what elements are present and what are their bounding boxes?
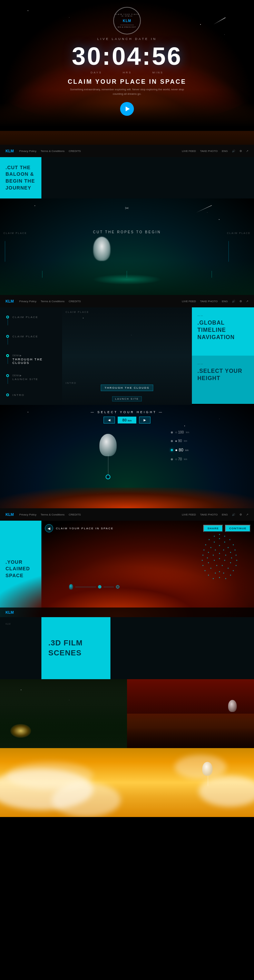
- badge-divider: [120, 25, 134, 25]
- film-nav-label: KLM: [5, 623, 36, 625]
- svg-point-43: [219, 571, 220, 572]
- timeline-item-launch[interactable]: DENK ▶ LAUNCH SITE: [5, 371, 57, 387]
- timeline-left-panel: CLAIM PLACE CLAIM PLACE DENK ▶ THROUGH T…: [0, 307, 62, 405]
- timeline-item-intro[interactable]: INTRO: [5, 391, 57, 399]
- privacy-link-2[interactable]: Privacy Policy: [19, 300, 37, 303]
- klm-logo-nav3: KLM: [5, 512, 14, 517]
- credits-link[interactable]: CREDITS: [69, 150, 81, 153]
- timeline-connector-launch: [8, 377, 8, 384]
- svg-point-1: [214, 536, 215, 537]
- claim-nav-left: ◀ CLAIM YOUR PLACE IN SPACE: [45, 524, 113, 532]
- claim-place-right: CLAIM PLACE: [227, 232, 251, 234]
- svg-point-35: [204, 570, 206, 571]
- share-icon-3[interactable]: ↗: [246, 513, 248, 516]
- settings-icon-3[interactable]: ⚙: [240, 513, 242, 516]
- through-clouds-badge[interactable]: THROUGH THE CLOUDS: [101, 385, 153, 391]
- svg-point-29: [208, 562, 209, 563]
- timeline-content-1: CLAIM PLACE: [13, 316, 57, 319]
- klm-logo-nav2: KLM: [5, 299, 14, 303]
- timeline-center: CLAIM PLACE THROUGH THE CLOUDS INTRO LAU…: [62, 307, 192, 405]
- indicator-dot-2: [116, 585, 120, 589]
- nav-right: LIVE FEED TAKE PHOTO ENG 🔊 ⚙ ↗: [182, 150, 248, 153]
- balloon-icon: [93, 237, 110, 261]
- take-photo-btn-2[interactable]: TAKE PHOTO: [200, 300, 218, 303]
- volume-icon[interactable]: 🔊: [232, 150, 235, 153]
- credits-link-3[interactable]: CREDITS: [69, 513, 81, 516]
- select-height-block: —— .SELECT YOUR HEIGHT: [192, 356, 254, 404]
- timeline-item-1: CLAIM PLACE: [5, 313, 57, 328]
- klm-logo-nav: KLM: [5, 149, 14, 153]
- privacy-policy-link[interactable]: Privacy Policy: [19, 150, 37, 153]
- claimed-dark-content: ◀ CLAIM YOUR PLACE IN SPACE SHARE CONTIN…: [42, 521, 254, 617]
- svg-point-44: [223, 573, 224, 574]
- svg-point-0: [219, 534, 220, 535]
- klm-logo-claimed: KLM: [5, 610, 14, 614]
- svg-point-48: [225, 578, 226, 579]
- svg-point-6: [205, 544, 206, 546]
- countdown-labels: DAYS HRS MINS: [90, 71, 163, 74]
- take-photo-btn[interactable]: TAKE PHOTO: [200, 150, 218, 153]
- marker-dot-90: [171, 440, 173, 442]
- credits-link-2[interactable]: CREDITS: [69, 300, 81, 303]
- svg-point-30: [214, 560, 215, 561]
- badge-top-text: CLAIM YOUR PLACE IN SPACE: [114, 13, 140, 17]
- privacy-link-3[interactable]: Privacy Policy: [19, 513, 37, 516]
- volume-icon-3[interactable]: 🔊: [232, 513, 235, 516]
- lang-3[interactable]: ENG: [222, 513, 228, 516]
- star: [21, 689, 21, 690]
- claim-circle-btn[interactable]: ◀: [45, 524, 53, 532]
- balloon-string: [108, 455, 109, 475]
- star: [207, 212, 208, 213]
- lang-2[interactable]: ENG: [222, 300, 228, 303]
- continue-btn[interactable]: CONTINUE: [225, 525, 251, 532]
- cut-balloon-block: .CUT THE BALOON & BEGIN THE JOURNEY: [0, 157, 42, 199]
- star: [184, 426, 185, 426]
- badge-bottom-text: WIN A SPACELIGHT: [114, 26, 140, 28]
- share-icon-2[interactable]: ↗: [246, 300, 248, 303]
- lang-selector[interactable]: ENG: [222, 150, 228, 153]
- timeline-content-clouds: DENK ▶ THROUGH THE CLOUDS: [13, 354, 57, 364]
- svg-point-22: [207, 558, 208, 558]
- clouds-section: [0, 748, 254, 817]
- svg-point-7: [214, 542, 215, 543]
- svg-point-36: [211, 568, 212, 569]
- settings-icon[interactable]: ⚙: [240, 150, 242, 153]
- launch-site-badge[interactable]: LAUNCH SITE: [112, 396, 142, 401]
- marker-value-80: ● 80: [175, 448, 183, 452]
- height-balloon: [99, 434, 117, 456]
- global-timeline-block: —— .GLOBAL TIMELINE NAVIGATION: [192, 307, 254, 356]
- height-marker-100: ○ 100 km: [171, 430, 189, 434]
- take-photo-btn-3[interactable]: TAKE PHOTO: [200, 513, 218, 516]
- marker-unit-80: km: [185, 449, 189, 452]
- height-minus-btn[interactable]: ◀: [104, 417, 115, 423]
- svg-point-38: [222, 565, 223, 566]
- timeline-line-intro: [5, 393, 10, 396]
- svg-point-20: [236, 555, 237, 556]
- volume-icon-2[interactable]: 🔊: [232, 300, 235, 303]
- terms-link-2[interactable]: Terms & Conditions: [41, 300, 64, 303]
- live-feed-btn[interactable]: LIVE FEED: [182, 150, 196, 153]
- center-left-label: CLAIM PLACE: [65, 311, 89, 313]
- claimed-space-section: .YOUR CLAIMED SPACE: [0, 521, 254, 617]
- timeline-content-launch: DENK ▶ LAUNCH SITE: [13, 374, 57, 381]
- live-feed-btn-2[interactable]: LIVE FEED: [182, 300, 196, 303]
- timeline-image: CLAIM PLACE THROUGH THE CLOUDS INTRO LAU…: [62, 307, 192, 405]
- settings-icon-2[interactable]: ⚙: [240, 300, 242, 303]
- play-button[interactable]: [120, 102, 134, 116]
- landscape-balloon-right: [228, 700, 237, 712]
- share-icon[interactable]: ↗: [246, 150, 248, 153]
- terms-link[interactable]: Terms & Conditions: [41, 150, 64, 153]
- nav-right-2: LIVE FEED TAKE PHOTO ENG 🔊 ⚙ ↗: [182, 300, 248, 303]
- height-plus-btn[interactable]: ▶: [139, 417, 150, 423]
- svg-point-19: [230, 552, 231, 553]
- terms-link-3[interactable]: Terms & Conditions: [41, 513, 64, 516]
- share-btn[interactable]: SHARE: [203, 525, 223, 532]
- svg-point-8: [224, 542, 225, 543]
- live-feed-btn-3[interactable]: LIVE FEED: [182, 513, 196, 516]
- claim-title: CLAIM YOUR PLACE IN SPACE: [68, 78, 186, 86]
- scene-left-labels: CLAIM PLACE: [3, 232, 27, 262]
- timeline-item-clouds[interactable]: DENK ▶ THROUGH THE CLOUDS: [5, 352, 57, 368]
- hero-section: CLAIM YOUR PLACE IN SPACE KLM WIN A SPAC…: [0, 0, 254, 145]
- marker-dot-100: [171, 431, 173, 433]
- launch-denk: DENK ▶: [13, 374, 57, 377]
